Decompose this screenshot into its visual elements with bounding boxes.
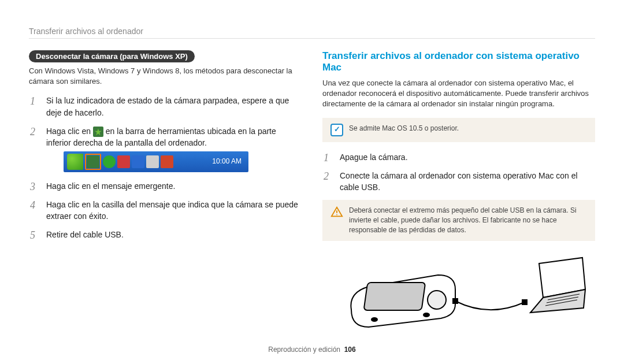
right-column: Transferir archivos al ordenador con sis… <box>322 50 595 338</box>
safely-remove-icon <box>93 127 103 137</box>
tray-eject-icon <box>87 155 99 168</box>
tray-alert-icon <box>117 155 130 168</box>
content-columns: Desconectar la cámara (para Windows XP) … <box>29 50 595 338</box>
tray-volume-icon <box>146 155 159 168</box>
svg-point-4 <box>372 318 377 321</box>
svg-point-5 <box>424 313 429 317</box>
info-note-text: Se admite Mac OS 10.5 o posterior. <box>349 124 459 136</box>
svg-point-1 <box>336 214 337 216</box>
mac-heading: Transferir archivos al ordenador con sis… <box>322 50 595 73</box>
info-note: ✓ Se admite Mac OS 10.5 o posterior. <box>322 118 595 142</box>
warning-text: Deberá conectar el extremo más pequeño d… <box>349 206 587 235</box>
warning-icon <box>330 206 343 218</box>
footer-page: 106 <box>344 346 356 354</box>
svg-point-3 <box>428 291 446 309</box>
right-intro: Una vez que conecte la cámara al ordenad… <box>322 78 595 110</box>
info-icon: ✓ <box>330 124 343 136</box>
left-intro: Con Windows Vista, Windows 7 y Windows 8… <box>29 66 302 87</box>
tray-app-icon <box>161 155 173 168</box>
step-3: Haga clic en el mensaje emergente. <box>29 180 302 192</box>
step-5: Retire del cable USB. <box>29 229 302 240</box>
taskbar-screenshot: 10:00 AM <box>64 151 248 172</box>
section-pill: Desconectar la cámara (para Windows XP) <box>29 50 195 62</box>
mac-step-1: Apague la cámara. <box>322 151 595 163</box>
step-2-pre: Haga clic en <box>46 127 93 136</box>
tray-display-icon <box>132 155 144 168</box>
svg-rect-2 <box>364 283 426 310</box>
mac-step-2: Conecte la cámara al ordenador con siste… <box>322 170 595 194</box>
step-1: Si la luz indicadora de estado de la cám… <box>29 95 302 118</box>
highlighted-tray-icon <box>85 154 101 170</box>
footer-section: Reproducción y edición <box>268 346 340 354</box>
svg-rect-6 <box>452 298 458 304</box>
mac-steps: Apague la cámara. Conecte la cámara al o… <box>322 151 595 194</box>
page-header: Transferir archivos al ordenador <box>29 27 595 36</box>
windows-steps: Si la luz indicadora de estado de la cám… <box>29 95 302 240</box>
step-2: Haga clic en en la barra de herramientas… <box>29 125 302 172</box>
header-divider <box>29 38 595 39</box>
warning-note: Deberá conectar el extremo más pequeño d… <box>322 200 595 240</box>
camera-laptop-illustration <box>340 255 588 336</box>
start-button-icon <box>67 154 83 170</box>
svg-rect-7 <box>522 299 528 305</box>
left-column: Desconectar la cámara (para Windows XP) … <box>29 50 302 338</box>
tray-shield-icon <box>103 155 116 168</box>
step-4: Haga clic en la casilla del mensaje que … <box>29 199 302 222</box>
taskbar-time: 10:00 AM <box>212 157 245 166</box>
page-footer: Reproducción y edición 106 <box>0 346 624 354</box>
